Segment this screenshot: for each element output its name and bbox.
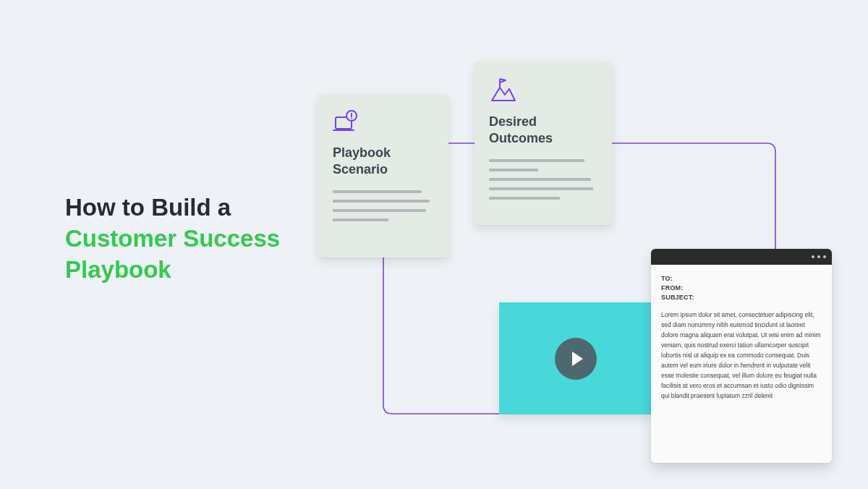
email-from-label: FROM: [661,284,822,292]
email-to-label: TO: [661,275,822,282]
card-desired-outcomes: Desired Outcomes [475,61,612,225]
title-line-2b: Playbook [65,255,311,286]
play-icon [572,352,583,366]
title-line-1: How to Build a [65,192,311,224]
email-body: TO: FROM: SUBJECT: Lorem ipsum dolor sit… [651,265,832,408]
window-dot-icon [817,255,820,258]
placeholder-text-lines [489,159,597,200]
video-thumbnail[interactable] [499,302,652,414]
placeholder-text-lines [333,190,434,221]
window-dot-icon [823,255,826,258]
email-subject-label: SUBJECT: [661,294,822,301]
play-button[interactable] [555,338,597,380]
card-title: Desired Outcomes [489,114,597,146]
svg-point-3 [351,118,352,119]
title-line-2a: Customer Success [65,224,311,255]
warning-laptop-icon [333,124,360,137]
email-body-text: Lorem ipsum dolor sit amet, consectetuer… [661,310,822,401]
card-title: Playbook Scenario [333,145,434,177]
page-title: How to Build a Customer Success Playbook [65,192,311,286]
diagram-canvas: How to Build a Customer Success Playbook… [0,0,868,489]
mountain-flag-icon [489,93,518,106]
window-dot-icon [812,255,814,258]
card-playbook-scenario: Playbook Scenario [318,94,448,258]
window-titlebar [651,249,832,265]
email-window: TO: FROM: SUBJECT: Lorem ipsum dolor sit… [651,249,832,463]
